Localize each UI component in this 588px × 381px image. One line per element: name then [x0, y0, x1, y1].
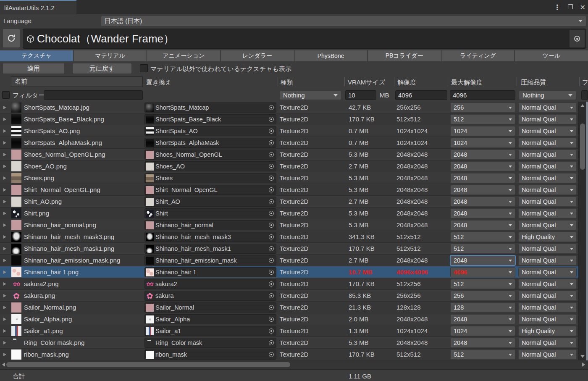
max-resolution-dropdown[interactable]: 2048 [450, 208, 515, 218]
tab-physbone[interactable]: PhysBone [294, 50, 368, 61]
expand-chevron-icon[interactable] [3, 176, 6, 180]
replace-object-field[interactable]: Shoes_Normal_OpenGL [144, 150, 276, 160]
max-resolution-dropdown[interactable]: 256 [450, 102, 515, 113]
filter-text-input[interactable] [44, 90, 143, 100]
expand-chevron-icon[interactable] [3, 235, 6, 239]
replace-object-field[interactable]: Shirt [144, 208, 276, 218]
table-row[interactable]: sakura2.png sakura2 Texture2D 170.7 KB 5… [0, 278, 588, 290]
replace-object-field[interactable]: Shinano_hair_mesh_mask3 [144, 232, 276, 242]
scroll-down-icon[interactable] [580, 355, 585, 358]
replace-object-field[interactable]: Shirt_Normal_OpenGL [144, 185, 276, 195]
object-picker-icon[interactable] [269, 328, 274, 334]
compression-dropdown[interactable]: Normal Qual [518, 220, 577, 230]
replace-object-field[interactable]: ShortSpats_Base_Black [144, 114, 276, 124]
max-resolution-dropdown[interactable]: 2048 [450, 220, 515, 230]
horizontal-scrollbar[interactable] [0, 360, 588, 369]
table-row[interactable]: Shinano_hair_emission_mask.png Shinano_h… [0, 255, 588, 266]
compression-dropdown[interactable]: Normal Qual [518, 185, 577, 195]
replace-object-field[interactable]: Shinano_hair_mesh_mask1 [144, 244, 276, 254]
column-header-replace[interactable]: 置き換え [146, 79, 172, 87]
compression-dropdown[interactable]: Normal Qual [518, 244, 577, 254]
max-resolution-dropdown[interactable]: 1024 [450, 326, 515, 336]
scroll-up-icon[interactable] [580, 104, 585, 107]
replace-object-field[interactable]: Sailor_Normal [144, 302, 276, 313]
vertical-scrollbar-thumb[interactable] [580, 123, 585, 170]
tab-tool[interactable]: ツール [515, 50, 588, 61]
replace-object-field[interactable]: Shoes_AO [144, 161, 276, 171]
replace-object-field[interactable]: Sailor_a1 [144, 326, 276, 336]
column-header-format[interactable]: フ [582, 79, 588, 87]
filter-checkbox[interactable] [2, 91, 10, 99]
max-resolution-dropdown[interactable]: 2048 [450, 150, 515, 160]
table-row[interactable]: Sailor_Normal.png Sailor_Normal Texture2… [0, 302, 588, 313]
max-resolution-dropdown[interactable]: 2048 [450, 197, 515, 207]
tab-texture[interactable]: テクスチャ [0, 50, 73, 61]
object-picker-icon[interactable] [269, 340, 274, 345]
table-row[interactable]: Shinano_hair_mesh_mask1.png Shinano_hair… [0, 243, 588, 255]
object-picker-icon[interactable] [269, 317, 274, 322]
table-row[interactable]: ShortSpats_Matcap.jpg ShortSpats_Matcap … [0, 102, 588, 113]
object-picker-icon[interactable] [269, 176, 274, 181]
expand-chevron-icon[interactable] [3, 212, 6, 215]
max-resolution-dropdown[interactable]: 512 [450, 232, 515, 242]
expand-chevron-icon[interactable] [3, 259, 6, 262]
compression-dropdown[interactable]: Normal Qual [518, 150, 577, 160]
expand-chevron-icon[interactable] [3, 165, 6, 168]
expand-chevron-icon[interactable] [3, 271, 6, 274]
replace-object-field[interactable]: Sailor_Alpha [144, 314, 276, 324]
replace-object-field[interactable]: ShortSpats_AO [144, 126, 276, 136]
expand-chevron-icon[interactable] [3, 106, 6, 109]
object-picker-icon[interactable] [269, 129, 274, 134]
max-resolution-dropdown[interactable]: 2048 [450, 314, 515, 324]
tab-animation[interactable]: アニメーション [147, 50, 220, 61]
resolution-filter-input[interactable] [395, 90, 447, 100]
object-picker-icon[interactable] [269, 140, 274, 145]
expand-chevron-icon[interactable] [3, 200, 6, 203]
compression-dropdown[interactable]: Normal Qual [518, 138, 577, 148]
close-icon[interactable]: ✕ [580, 3, 585, 11]
tab-lighting[interactable]: ライティング [441, 50, 514, 61]
tab-pbcollider[interactable]: PBコライダー [368, 50, 441, 61]
compression-dropdown[interactable]: Normal Qual [518, 279, 577, 289]
compression-dropdown[interactable]: High Quality [518, 232, 577, 242]
replace-object-field[interactable]: Shirt_AO [144, 197, 276, 207]
table-row[interactable]: Sailor_a1.png Sailor_a1 Texture2D 1.3 MB… [0, 325, 588, 337]
object-picker-icon[interactable] [269, 258, 274, 263]
compression-dropdown[interactable]: Normal Qual [518, 338, 577, 348]
compression-dropdown[interactable]: Normal Qual [518, 173, 577, 183]
column-header-vram[interactable]: VRAMサイズ [348, 79, 385, 87]
replace-object-field[interactable]: Ring_Color mask [144, 338, 276, 348]
expand-chevron-icon[interactable] [3, 223, 6, 227]
replace-object-field[interactable]: sakura [144, 291, 276, 301]
expand-chevron-icon[interactable] [3, 318, 6, 321]
replace-object-field[interactable]: ribon_mask [144, 349, 276, 360]
type-filter-dropdown[interactable]: Nothing [279, 90, 341, 100]
replace-object-field[interactable]: ShortSpats_AlphaMask [144, 138, 276, 148]
refresh-button[interactable] [3, 29, 20, 48]
window-menu-icon[interactable]: ⋮ [554, 3, 561, 12]
vertical-scrollbar[interactable] [578, 102, 586, 360]
language-dropdown[interactable]: 日本語 (日本) [101, 16, 586, 26]
table-row[interactable]: Shirt_AO.png Shirt_AO Texture2D 2.7 MB 2… [0, 196, 588, 208]
max-resolution-dropdown[interactable]: 512 [450, 114, 515, 124]
expand-chevron-icon[interactable] [3, 329, 6, 333]
table-row[interactable]: ShortSpats_AO.png ShortSpats_AO Texture2… [0, 125, 588, 137]
object-picker-icon[interactable] [269, 117, 274, 122]
object-picker-icon[interactable] [269, 164, 274, 169]
table-row[interactable]: Shirt_Normal_OpenGL.png Shirt_Normal_Ope… [0, 184, 588, 196]
object-picker-icon[interactable] [269, 234, 274, 239]
max-resolution-dropdown[interactable]: 1024 [450, 126, 515, 136]
show-nonmaterial-textures-checkbox[interactable] [140, 64, 148, 72]
apply-button[interactable]: 適用 [3, 63, 65, 74]
expand-chevron-icon[interactable] [3, 282, 6, 286]
table-row[interactable]: Shinano_hair_mesh_mask3.png Shinano_hair… [0, 231, 588, 243]
compression-filter-dropdown[interactable]: Nothing [519, 90, 576, 100]
table-row[interactable]: ShortSpats_AlphaMask.png ShortSpats_Alph… [0, 137, 588, 149]
compression-dropdown[interactable]: Normal Qual [518, 114, 577, 124]
horizontal-scrollbar-thumb[interactable] [6, 362, 290, 367]
replace-object-field[interactable]: sakura2 [144, 279, 276, 289]
table-row[interactable]: Shoes_Normal_OpenGL.png Shoes_Normal_Ope… [0, 149, 588, 160]
expand-chevron-icon[interactable] [3, 141, 6, 145]
replace-object-field[interactable]: Shoes [144, 173, 276, 183]
max-resolution-dropdown[interactable]: 2048 [450, 185, 515, 195]
